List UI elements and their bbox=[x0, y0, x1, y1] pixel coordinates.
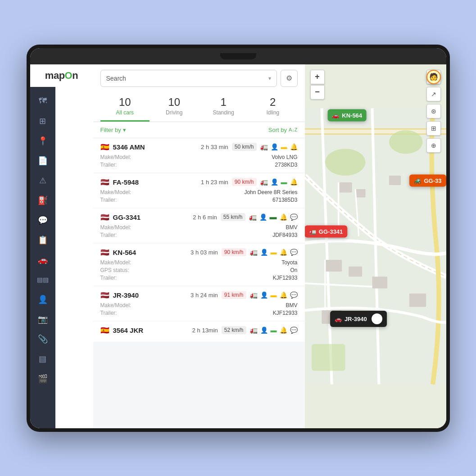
vehicle-icons: 🚛 👤 ▬ 🔔 bbox=[260, 178, 298, 186]
truck-icon: 🚛 bbox=[250, 291, 258, 299]
driver-icon: 👤 bbox=[271, 143, 278, 150]
gps-value: On bbox=[290, 267, 297, 273]
make-model-value: John Deere 8R Series bbox=[244, 189, 297, 195]
flag-latvia: 🇱🇻 bbox=[100, 291, 109, 299]
battery-icon: ▬ bbox=[281, 143, 287, 150]
filter-label: Filter by bbox=[100, 127, 121, 133]
make-model-label: Make/Model: bbox=[100, 189, 131, 195]
tractor-marker-icon: 🚜 bbox=[414, 177, 421, 184]
vehicle-item[interactable]: 🇱🇻 GG-3341 2 h 6 min 55 km/h 🚛 👤 bbox=[93, 209, 305, 243]
map-svg bbox=[305, 64, 446, 428]
idling-label: Idling bbox=[250, 109, 296, 116]
trailer-value: KJF12933 bbox=[273, 310, 298, 316]
vehicle-time: 2 h 13min bbox=[192, 327, 218, 334]
trailer-value: JDF84933 bbox=[272, 232, 297, 238]
vehicle-main-row: 🇱🇻 KN-564 3 h 03 min 90 km/h 🚛 👤 bbox=[100, 248, 298, 257]
tab-all-cars[interactable]: 10 All cars bbox=[100, 92, 150, 122]
trailer-label: Trailer: bbox=[100, 275, 117, 281]
vehicle-id-area: 🇪🇸 3564 JKR bbox=[100, 326, 144, 335]
svg-rect-3 bbox=[305, 133, 446, 134]
sidebar-icon-camera[interactable]: 📷 bbox=[34, 310, 52, 328]
marker-label: KN-564 bbox=[342, 112, 362, 118]
truck-icon: 🚛 bbox=[250, 249, 258, 256]
map-marker-gg33[interactable]: 🚜 GG-33 bbox=[409, 175, 446, 187]
standing-count: 1 bbox=[201, 96, 247, 109]
sidebar-icon-location[interactable]: 📍 bbox=[34, 132, 52, 150]
sidebar-icon-user[interactable]: 👤 bbox=[34, 290, 52, 308]
cluster-icon[interactable]: ⊛ bbox=[426, 104, 441, 118]
vehicle-item[interactable]: 🇪🇸 5346 AMN 2 h 33 min 50 km/h 🚛 👤 bbox=[93, 138, 305, 172]
battery-icon: ▬ bbox=[281, 178, 287, 186]
make-model-label: Make/Model: bbox=[100, 154, 131, 160]
svg-rect-10 bbox=[325, 259, 341, 271]
filter-button[interactable]: Filter by ▾ bbox=[100, 127, 126, 133]
bell-icon: 🔔 bbox=[280, 291, 287, 299]
truck-icon: 🚛 bbox=[260, 143, 268, 150]
vehicle-detail-row: Make/Model: Toyota bbox=[100, 259, 298, 266]
standing-label: Standing bbox=[201, 109, 247, 116]
search-row: Search ▾ ⚙ bbox=[100, 70, 298, 87]
make-model-value: Toyota bbox=[281, 259, 297, 266]
vehicle-id: JR-3940 bbox=[113, 291, 139, 299]
map-marker-jr3940[interactable]: 🚗 JR-3940 ▶ bbox=[330, 311, 387, 327]
sidebar-icon-video[interactable]: 🎬 bbox=[34, 370, 52, 388]
vehicle-item[interactable]: 🇱🇻 JR-3940 3 h 24 min 91 km/h 🚛 👤 bbox=[93, 286, 305, 321]
search-input[interactable]: Search ▾ bbox=[100, 70, 277, 87]
zoom-in-button[interactable]: + bbox=[310, 70, 325, 84]
map-side-controls: 🧑 📏 ↗ ⊛ ⊞ ⊕ bbox=[426, 70, 441, 153]
tab-idling[interactable]: 2 Idling bbox=[248, 92, 298, 122]
panel-header: Search ▾ ⚙ 10 All cars 10 bbox=[93, 64, 305, 122]
battery-icon: ▬ bbox=[270, 213, 277, 221]
vehicle-detail-row: Make/Model: John Deere 8R Series bbox=[100, 189, 298, 195]
vehicle-id: 5346 AMN bbox=[113, 143, 145, 151]
map-marker-kn564[interactable]: 🚗 KN-564 bbox=[327, 109, 367, 121]
sidebar-icon-document[interactable]: 📄 bbox=[34, 152, 52, 170]
sidebar-icon-barcode[interactable]: ▤ bbox=[34, 350, 52, 368]
vehicle-main-row: 🇱🇻 FA-5948 1 h 23 min 90 km/h 🚛 👤 bbox=[100, 178, 298, 186]
vehicle-detail-row: Trailer: KJF12933 bbox=[100, 275, 298, 281]
route-icon[interactable]: ↗ bbox=[426, 87, 441, 101]
sidebar-icon-map[interactable]: 🗺 bbox=[34, 92, 52, 110]
map-area: + − 🧑 📏 ↗ ⊛ ⊞ ⊕ 🚗 KN- bbox=[305, 64, 446, 428]
sort-icon: A↓Z bbox=[289, 127, 298, 132]
sort-label: Sort by bbox=[268, 127, 287, 133]
tab-driving[interactable]: 10 Driving bbox=[150, 92, 199, 122]
bell-icon: 🔔 bbox=[280, 213, 287, 221]
filter-sort-row: Filter by ▾ Sort by A↓Z bbox=[93, 122, 305, 138]
battery-icon: ▬ bbox=[271, 291, 277, 299]
svg-rect-6 bbox=[311, 344, 345, 371]
target-icon[interactable]: ⊕ bbox=[426, 138, 441, 153]
vehicle-item[interactable]: 🇪🇸 3564 JKR 2 h 13min 52 km/h 🚛 👤 bbox=[93, 322, 305, 342]
vehicle-detail-row: GPS status: On bbox=[100, 267, 298, 273]
trailer-value: KJF12933 bbox=[273, 275, 298, 281]
vehicle-item[interactable]: 🇱🇻 FA-5948 1 h 23 min 90 km/h 🚛 👤 bbox=[93, 173, 305, 208]
sidebar-icon-car[interactable]: 🚗 bbox=[34, 251, 52, 269]
vehicle-id-area: 🇱🇻 JR-3940 bbox=[100, 291, 139, 299]
vehicle-detail-row: Make/Model: Volvo LNG bbox=[100, 154, 298, 160]
vehicle-detail-row: Trailer: KJF12933 bbox=[100, 310, 298, 316]
sidebar-icon-dashboard[interactable]: ⊞ bbox=[34, 112, 52, 130]
street-view-icon[interactable]: 🧑 bbox=[426, 70, 441, 84]
sidebar-icon-report[interactable]: 📋 bbox=[34, 231, 52, 249]
vehicle-detail-row: Make/Model: BMV bbox=[100, 224, 298, 231]
sidebar-icon-alert[interactable]: ⚠ bbox=[34, 172, 52, 190]
sidebar-icon-fuel[interactable]: ⛽ bbox=[34, 191, 52, 209]
sidebar-icon-clipboard[interactable]: 📎 bbox=[34, 330, 52, 348]
video-badge: ▶ bbox=[372, 313, 382, 324]
trailer-value: 2738KD3 bbox=[275, 162, 297, 168]
sidebar-icon-chat[interactable]: 💬 bbox=[34, 211, 52, 229]
vehicle-main-row: 🇱🇻 JR-3940 3 h 24 min 91 km/h 🚛 👤 bbox=[100, 291, 298, 299]
layers-icon[interactable]: ⊞ bbox=[426, 121, 441, 136]
vehicle-icons: 🚛 👤 ▬ 🔔 💬 bbox=[250, 326, 298, 334]
main-content: Search ▾ ⚙ 10 All cars 10 bbox=[93, 64, 446, 428]
tab-standing[interactable]: 1 Standing bbox=[199, 92, 249, 122]
vehicle-panel: Search ▾ ⚙ 10 All cars 10 bbox=[93, 64, 305, 428]
settings-button[interactable]: ⚙ bbox=[281, 70, 298, 87]
vehicle-item[interactable]: 🇱🇻 KN-564 3 h 03 min 90 km/h 🚛 👤 bbox=[93, 244, 305, 286]
sort-button[interactable]: Sort by A↓Z bbox=[268, 127, 298, 133]
vehicle-speed: 50 km/h bbox=[232, 143, 257, 151]
make-model-label: Make/Model: bbox=[100, 302, 131, 308]
zoom-out-button[interactable]: − bbox=[310, 85, 325, 100]
sidebar-icon-keyboard[interactable]: ▤▤ bbox=[34, 271, 52, 289]
map-marker-gg3341[interactable]: 🚛 GG-3341 bbox=[305, 226, 348, 238]
